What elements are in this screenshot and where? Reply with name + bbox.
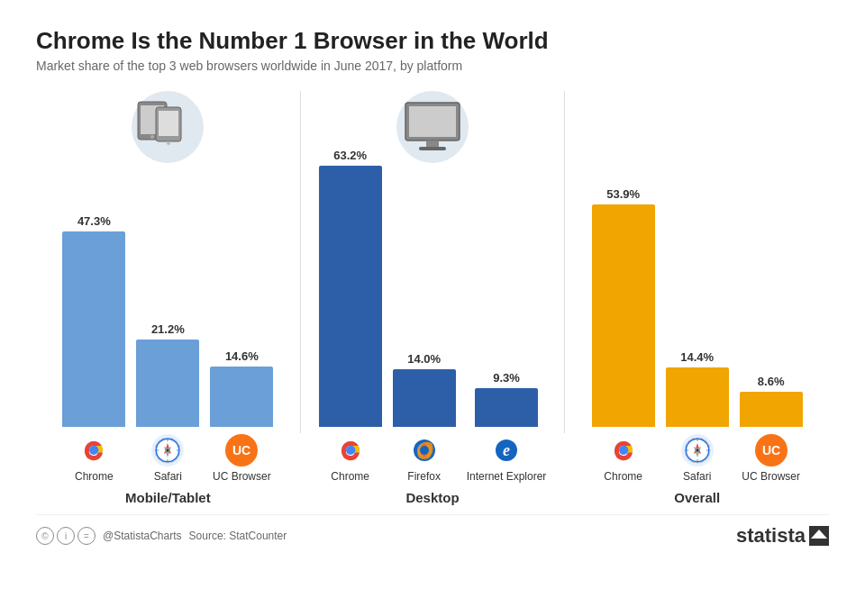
svg-point-37 <box>619 446 628 455</box>
platform-label-1: Desktop <box>405 490 459 505</box>
bar-1-0 <box>319 166 382 427</box>
svg-text:UC: UC <box>762 443 780 457</box>
platform-group-desktop: 63.2% Chrome14.0% Firefox9.3% e Internet… <box>301 91 565 505</box>
svg-point-47 <box>696 449 698 452</box>
desktop-icon <box>396 91 469 163</box>
bar-label-1-0: 63.2% <box>333 149 367 162</box>
chart-container: Chrome Is the Number 1 Browser in the Wo… <box>0 0 865 616</box>
browser-icon-area-0-0: Chrome <box>75 434 114 485</box>
bar-label-0-2: 14.6% <box>225 349 259 363</box>
svg-point-27 <box>346 446 355 455</box>
browser-label-2-1: Safari <box>683 470 711 485</box>
safari-icon-2-1 <box>681 434 714 467</box>
uc-icon-2-2: UC <box>755 434 788 467</box>
bar-1-1 <box>393 369 456 427</box>
chart-title: Chrome Is the Number 1 Browser in the Wo… <box>36 27 829 55</box>
cc-icon-eq: = <box>77 527 96 545</box>
bars-area-0: 47.3% Chrome21.2% Safari14.6% UC UC Brow… <box>62 168 273 485</box>
bar-1-2 <box>475 388 538 427</box>
bar-label-2-0: 53.9% <box>606 187 640 201</box>
chrome-icon-0-0 <box>77 434 110 467</box>
bar-0-1 <box>136 340 199 427</box>
footer: © i = @StatistaCharts Source: StatCounte… <box>36 514 829 548</box>
svg-rect-23 <box>426 140 439 148</box>
bar-0-0 <box>62 231 125 427</box>
attribution-label: @StatistaCharts <box>103 530 182 542</box>
charts-area: 47.3% Chrome21.2% Safari14.6% UC UC Brow… <box>36 91 829 505</box>
uc-icon-0-2: UC <box>225 434 258 467</box>
bar-wrapper-0-2: 14.6% UC UC Browser <box>210 349 273 485</box>
tablet-icon <box>132 91 204 163</box>
source-label: Source: StatCounter <box>189 530 287 542</box>
bar-wrapper-2-1: 14.4% Safari <box>666 350 729 485</box>
svg-point-31 <box>420 446 429 455</box>
platform-group-overall: 53.9% Chrome14.4% Safari8.6% UC UC Brows… <box>565 91 829 505</box>
svg-point-18 <box>167 449 169 452</box>
browser-label-1-0: Chrome <box>331 470 369 485</box>
bar-wrapper-0-1: 21.2% Safari <box>136 322 199 485</box>
bar-wrapper-1-0: 63.2% Chrome <box>319 149 382 485</box>
cc-icons: © i = <box>36 527 96 545</box>
browser-icon-area-2-2: UC UC Browser <box>742 434 800 485</box>
bar-wrapper-2-0: 53.9% Chrome <box>592 187 655 485</box>
bars-area-2: 53.9% Chrome14.4% Safari8.6% UC UC Brows… <box>592 168 803 485</box>
browser-label-2-0: Chrome <box>604 470 642 485</box>
chrome-icon-1-0 <box>334 434 367 467</box>
platform-label-2: Overall <box>674 490 720 505</box>
svg-point-5 <box>167 141 170 145</box>
bar-label-0-1: 21.2% <box>151 322 185 336</box>
svg-rect-4 <box>159 111 178 136</box>
footer-left: © i = @StatistaCharts Source: StatCounte… <box>36 527 287 545</box>
firefox-icon-1-1 <box>408 434 441 467</box>
platform-label-0: Mobile/Tablet <box>125 490 211 505</box>
cc-icon-cc: © <box>36 527 54 545</box>
browser-icon-area-1-0: Chrome <box>331 434 369 485</box>
bar-wrapper-1-2: 9.3% e Internet Explorer <box>467 371 547 485</box>
browser-icon-area-2-0: Chrome <box>604 434 642 485</box>
bar-wrapper-1-1: 14.0% Firefox <box>393 352 456 485</box>
browser-label-0-1: Safari <box>154 470 182 485</box>
bar-label-2-1: 14.4% <box>680 350 714 364</box>
svg-rect-24 <box>419 147 446 150</box>
statista-text: statista <box>736 524 806 548</box>
bar-label-0-0: 47.3% <box>77 214 111 228</box>
svg-rect-22 <box>409 106 456 137</box>
cc-icon-by: i <box>57 527 75 545</box>
browser-icon-area-0-1: Safari <box>151 434 184 485</box>
bar-2-2 <box>740 392 803 427</box>
chart-subtitle: Market share of the top 3 web browsers w… <box>36 59 829 73</box>
bar-2-0 <box>592 204 655 427</box>
bar-0-2 <box>210 367 273 427</box>
bars-area-1: 63.2% Chrome14.0% Firefox9.3% e Internet… <box>319 168 547 485</box>
bar-label-1-2: 9.3% <box>493 371 520 385</box>
bar-wrapper-2-2: 8.6% UC UC Browser <box>740 375 803 485</box>
browser-label-1-2: Internet Explorer <box>467 470 547 485</box>
bar-wrapper-0-0: 47.3% Chrome <box>62 214 125 485</box>
platform-icon-0 <box>132 91 204 163</box>
chrome-icon-2-0 <box>607 434 640 467</box>
browser-icon-area-2-1: Safari <box>681 434 714 485</box>
svg-text:UC: UC <box>232 443 250 457</box>
browser-icon-area-1-1: Firefox <box>407 434 441 485</box>
browser-icon-area-0-2: UC UC Browser <box>213 434 271 485</box>
bar-label-1-1: 14.0% <box>407 352 441 366</box>
browser-label-0-2: UC Browser <box>213 470 271 485</box>
bar-label-2-2: 8.6% <box>758 375 785 388</box>
safari-icon-0-1 <box>151 434 184 467</box>
ie-icon-1-2: e <box>490 434 523 467</box>
svg-point-2 <box>150 135 154 139</box>
browser-label-2-2: UC Browser <box>742 470 800 485</box>
browser-icon-area-1-2: e Internet Explorer <box>467 434 547 485</box>
bar-2-1 <box>666 367 729 427</box>
statista-icon <box>809 526 829 546</box>
platform-group-mobile-tablet: 47.3% Chrome21.2% Safari14.6% UC UC Brow… <box>36 91 300 505</box>
svg-text:e: e <box>503 441 510 459</box>
browser-label-1-1: Firefox <box>407 470 441 485</box>
svg-point-8 <box>89 446 98 455</box>
platform-icon-1 <box>396 91 469 163</box>
browser-label-0-0: Chrome <box>75 470 114 485</box>
statista-logo: statista <box>736 524 829 548</box>
